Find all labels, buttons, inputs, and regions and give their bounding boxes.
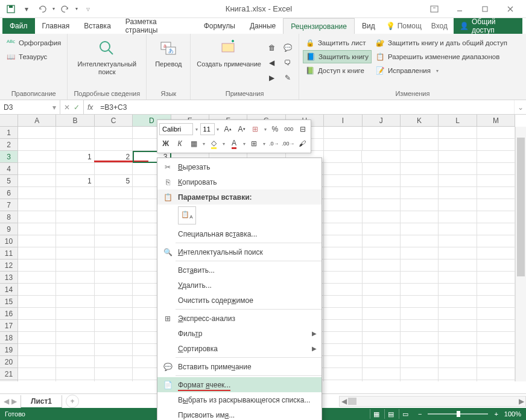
cell[interactable] <box>95 368 133 380</box>
cell[interactable]: 1 <box>56 151 94 163</box>
cell[interactable] <box>401 127 439 139</box>
cell[interactable] <box>324 320 362 332</box>
cell[interactable] <box>56 259 94 272</box>
cell[interactable] <box>18 247 56 259</box>
cell[interactable] <box>363 175 401 187</box>
cell[interactable] <box>18 235 56 247</box>
fx-label[interactable]: fx <box>84 100 97 114</box>
page-layout-button[interactable]: ▤ <box>384 409 398 419</box>
page-break-button[interactable]: ▭ <box>399 409 412 419</box>
row-header[interactable]: 11 <box>0 247 18 259</box>
cell[interactable]: 1 <box>56 175 94 187</box>
cell[interactable] <box>401 272 439 284</box>
cell[interactable] <box>95 344 133 356</box>
cell[interactable] <box>363 308 401 320</box>
cell[interactable] <box>324 259 362 272</box>
redo-button[interactable] <box>58 2 72 16</box>
cell[interactable] <box>439 187 477 199</box>
tab-insert[interactable]: Вставка <box>77 18 118 34</box>
close-button[interactable] <box>498 2 522 16</box>
cell[interactable] <box>477 284 515 296</box>
cell[interactable] <box>439 272 477 284</box>
ctx-smart-lookup[interactable]: 🔍Интеллектуальный поиск <box>157 244 322 259</box>
ctx-quick-analysis[interactable]: ⊞Экспресс-анализ <box>157 311 322 326</box>
cell[interactable] <box>56 235 94 247</box>
prev-comment-button[interactable]: ◀ <box>265 56 279 69</box>
ctx-define-name[interactable]: Присвоить имя... <box>157 407 322 420</box>
cell[interactable] <box>363 199 401 211</box>
column-header[interactable]: B <box>56 115 94 127</box>
cell[interactable] <box>363 247 401 259</box>
row-header[interactable]: 1 <box>0 127 18 139</box>
cell[interactable] <box>439 380 477 381</box>
format-painter-button[interactable]: 🖌 <box>296 137 309 150</box>
cell[interactable] <box>324 127 362 139</box>
cell[interactable] <box>56 356 94 368</box>
row-header[interactable]: 15 <box>0 296 18 308</box>
ctx-insert[interactable]: Вставить... <box>157 262 322 278</box>
font-name-input[interactable] <box>159 123 193 135</box>
cell[interactable] <box>363 139 401 151</box>
row-header[interactable]: 2 <box>0 139 18 151</box>
cell[interactable] <box>401 259 439 272</box>
cell[interactable] <box>18 356 56 368</box>
zoom-thumb[interactable] <box>457 411 460 417</box>
cell[interactable] <box>439 235 477 247</box>
cell[interactable] <box>324 235 362 247</box>
cell[interactable] <box>401 235 439 247</box>
delete-comment-button[interactable]: 🗑 <box>265 41 279 54</box>
row-header[interactable]: 20 <box>0 356 18 368</box>
ctx-format-cells[interactable]: 📄Формат ячеек... <box>157 377 322 392</box>
cell[interactable] <box>363 320 401 332</box>
cell[interactable] <box>401 175 439 187</box>
tab-page-layout[interactable]: Разметка страницы <box>118 18 197 34</box>
cell[interactable] <box>439 308 477 320</box>
cell[interactable] <box>56 368 94 380</box>
sheet-nav-prev[interactable]: ◀ <box>4 397 9 406</box>
cell[interactable] <box>324 284 362 296</box>
cell[interactable] <box>56 320 94 332</box>
cell[interactable] <box>18 211 56 223</box>
ctx-sort[interactable]: Сортировка▶ <box>157 341 322 356</box>
show-ink-button[interactable]: ✎ <box>280 71 295 84</box>
comma-button[interactable]: 000 <box>282 122 295 136</box>
zoom-slider[interactable] <box>428 413 488 415</box>
horizontal-scrollbar[interactable]: ◀ ▶ <box>339 396 526 407</box>
undo-dropdown[interactable]: ▾ <box>51 2 57 16</box>
cell[interactable] <box>477 259 515 272</box>
sign-in-button[interactable]: Вход <box>428 22 451 30</box>
cell[interactable] <box>95 259 133 272</box>
translate-button[interactable]: аあ Перевод <box>150 36 186 89</box>
cell[interactable] <box>477 199 515 211</box>
ctx-copy[interactable]: ⎘Копировать <box>157 174 322 189</box>
cell[interactable] <box>95 308 133 320</box>
cell[interactable] <box>401 320 439 332</box>
cell[interactable] <box>363 235 401 247</box>
minimize-button[interactable] <box>448 2 472 16</box>
cell[interactable] <box>477 235 515 247</box>
cell[interactable] <box>18 127 56 139</box>
cell[interactable] <box>401 344 439 356</box>
cell[interactable] <box>439 223 477 235</box>
cell[interactable] <box>56 272 94 284</box>
scrollbar-thumb[interactable] <box>517 138 525 276</box>
cell[interactable] <box>18 368 56 380</box>
tab-home[interactable]: Главная <box>35 18 77 34</box>
cell[interactable] <box>439 151 477 163</box>
cell[interactable] <box>401 247 439 259</box>
cell[interactable] <box>324 296 362 308</box>
row-header[interactable]: 17 <box>0 320 18 332</box>
tab-file[interactable]: Файл <box>2 18 35 34</box>
row-header[interactable]: 9 <box>0 223 18 235</box>
cell[interactable] <box>477 163 515 175</box>
cell[interactable] <box>363 259 401 272</box>
ctx-clear[interactable]: Очистить содержимое <box>157 293 322 308</box>
fill-color-button[interactable]: ◇ <box>208 137 220 150</box>
cell[interactable] <box>401 332 439 344</box>
row-header[interactable]: 14 <box>0 284 18 296</box>
cell[interactable] <box>439 211 477 223</box>
cell[interactable] <box>18 332 56 344</box>
row-header[interactable]: 6 <box>0 187 18 199</box>
cell[interactable] <box>56 163 94 175</box>
cell[interactable] <box>439 199 477 211</box>
